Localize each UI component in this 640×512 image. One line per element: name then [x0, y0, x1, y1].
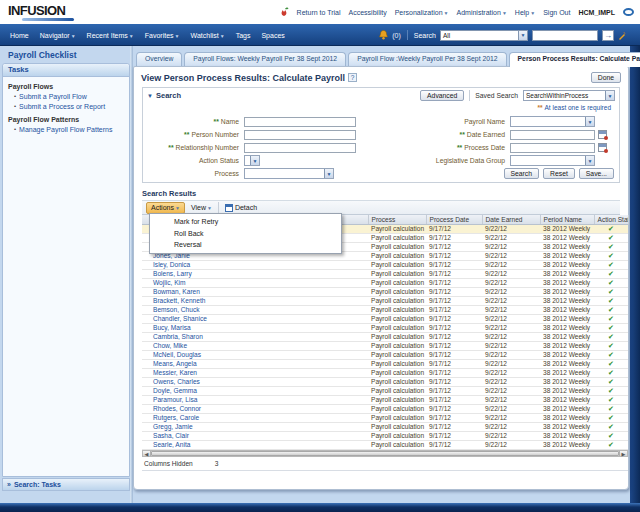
person-name-link[interactable]: Bemson, Chuck [153, 306, 200, 313]
table-row[interactable]: McNeil, DouglasPayroll calculation9/17/1… [142, 351, 628, 360]
personalization-menu[interactable]: Personalization▼ [395, 9, 449, 16]
done-button[interactable]: Done [591, 72, 621, 83]
column-header-period-name[interactable]: Period Name [540, 215, 594, 225]
legislative-data-group-select[interactable]: ▼ [510, 155, 595, 166]
person-name-link[interactable]: Gregg, Jamie [153, 423, 193, 430]
table-row[interactable]: Chandler, ShanicePayroll calculation9/17… [142, 315, 628, 324]
person-name-link[interactable]: Chandler, Shanice [153, 315, 207, 322]
table-row[interactable]: Bemson, ChuckPayroll calculation9/17/129… [142, 306, 628, 315]
payroll-name-select[interactable]: ▼ [510, 116, 595, 127]
table-row[interactable]: Chow, MikePayroll calculation9/17/129/22… [142, 342, 628, 351]
menu-navigator[interactable]: Navigator▼ [40, 32, 76, 39]
person-name-link[interactable]: Bucy, Marisa [153, 324, 191, 331]
table-row[interactable]: Means, AngelaPayroll calculation9/17/129… [142, 360, 628, 369]
date-earned-field[interactable] [510, 130, 595, 140]
person-name-link[interactable]: Rutgers, Carole [153, 414, 199, 421]
table-row[interactable]: Cambria, SharonPayroll calculation9/17/1… [142, 333, 628, 342]
sidebar-link-submit-payroll-flow[interactable]: Submit a Payroll Flow [19, 93, 87, 100]
table-row[interactable]: Searle, AnitaPayroll calculation9/17/129… [142, 441, 628, 450]
person-name-link[interactable]: Isley, Donica [153, 261, 190, 268]
person-name-link[interactable]: Sasha, Clair [153, 432, 189, 439]
table-row[interactable]: Doyle, GemmaPayroll calculation9/17/129/… [142, 387, 628, 396]
accessibility-link[interactable]: Accessibility [349, 9, 387, 16]
table-row[interactable]: Bolens, LarryPayroll calculation9/17/129… [142, 270, 628, 279]
sidebar-link-submit-process-report[interactable]: Submit a Process or Report [19, 103, 105, 110]
scroll-right-arrow[interactable]: ▶ [619, 451, 627, 456]
actions-menu-button[interactable]: Actions▼ [146, 202, 185, 214]
action-status-select[interactable]: ▼ [244, 155, 260, 166]
person-name-link[interactable]: Cambria, Sharon [153, 333, 203, 340]
save-button[interactable]: Save... [579, 168, 614, 179]
table-row[interactable]: Rhodes, ConnorPayroll calculation9/17/12… [142, 405, 628, 414]
tab-overview[interactable]: Overview [136, 52, 182, 66]
search-go-button[interactable]: → [602, 30, 614, 41]
global-search-input[interactable] [532, 30, 598, 41]
tab-payroll-flow[interactable]: Payroll Flow :Weekly Payroll Per 38 Sept… [348, 52, 506, 66]
table-row[interactable]: Bowman, KarenPayroll calculation9/17/129… [142, 288, 628, 297]
reset-button[interactable]: Reset [543, 168, 575, 179]
person-name-link[interactable]: Means, Angela [153, 360, 197, 367]
person-name-link[interactable]: Bowman, Karen [153, 288, 200, 295]
scrollbar-thumb[interactable] [151, 451, 619, 456]
horizontal-scrollbar[interactable]: ◀ ▶ [142, 450, 628, 457]
menu-recent-items[interactable]: Recent Items▼ [87, 32, 134, 39]
menu-tags[interactable]: Tags [236, 32, 251, 39]
menu-item-roll-back[interactable]: Roll Back [150, 228, 341, 240]
menu-watchlist[interactable]: Watchlist▼ [191, 32, 225, 39]
saved-search-select[interactable]: SearchWithinProcess ▼ [523, 90, 615, 101]
advanced-search-icon[interactable] [618, 31, 626, 40]
sidebar-link-manage-flow-patterns[interactable]: Manage Payroll Flow Patterns [19, 126, 112, 133]
table-row[interactable]: Gregg, JamiePayroll calculation9/17/129/… [142, 423, 628, 432]
table-row[interactable]: Paramour, LisaPayroll calculation9/17/12… [142, 396, 628, 405]
column-header-process[interactable]: Process [368, 215, 426, 225]
person-name-link[interactable]: Wojlic, Kim [153, 279, 185, 286]
person-name-link[interactable]: Rhodes, Connor [153, 405, 201, 412]
person-name-link[interactable]: Searle, Anita [153, 441, 190, 448]
column-header-action-status[interactable]: Action Stat [594, 215, 628, 225]
calendar-icon[interactable] [598, 130, 607, 139]
relationship-number-field[interactable] [244, 143, 356, 153]
person-name-link[interactable]: Messier, Karen [153, 369, 197, 376]
process-date-field[interactable] [510, 143, 595, 153]
person-name-link[interactable]: Bolens, Larry [153, 270, 192, 277]
person-name-link[interactable]: Brackett, Kenneth [153, 297, 205, 304]
table-row[interactable]: Messier, KarenPayroll calculation9/17/12… [142, 369, 628, 378]
name-field[interactable] [244, 117, 356, 127]
table-row[interactable]: Isley, DonicaPayroll calculation9/17/129… [142, 261, 628, 270]
global-search-scope-select[interactable]: All ▼ [440, 30, 528, 41]
detach-button[interactable]: Detach [225, 204, 257, 212]
person-name-link[interactable]: Paramour, Lisa [153, 396, 197, 403]
menu-spaces[interactable]: Spaces [261, 32, 284, 39]
scroll-left-arrow[interactable]: ◀ [143, 451, 151, 456]
table-row[interactable]: Owens, CharlesPayroll calculation9/17/12… [142, 378, 628, 387]
table-row[interactable]: Bucy, MarisaPayroll calculation9/17/129/… [142, 324, 628, 333]
help-menu[interactable]: Help▼ [515, 9, 535, 16]
process-select[interactable]: ▼ [244, 168, 334, 179]
collapse-icon[interactable]: ▼ [147, 93, 153, 99]
menu-home[interactable]: Home [10, 32, 29, 39]
person-name-link[interactable]: McNeil, Douglas [153, 351, 201, 358]
table-row[interactable]: Brackett, KennethPayroll calculation9/17… [142, 297, 628, 306]
notification-count[interactable]: (0) [392, 32, 401, 39]
column-header-process-date[interactable]: Process Date [426, 215, 482, 225]
column-header-date-earned[interactable]: Date Earned [482, 215, 540, 225]
administration-menu[interactable]: Administration▼ [457, 9, 507, 16]
menu-favorites[interactable]: Favorites▼ [145, 32, 180, 39]
table-row[interactable]: Wojlic, KimPayroll calculation9/17/129/2… [142, 279, 628, 288]
menu-item-mark-for-retry[interactable]: Mark for Retry [150, 216, 341, 228]
menu-item-reversal[interactable]: Reversal [150, 239, 341, 251]
tab-person-process-results[interactable]: Person Process Results: Calculate Payrol… [509, 52, 640, 67]
person-name-link[interactable]: Doyle, Gemma [153, 387, 197, 394]
sidebar-search-tasks-bar[interactable]: » Search: Tasks [2, 478, 130, 491]
person-name-link[interactable]: Chow, Mike [153, 342, 187, 349]
table-row[interactable]: Rutgers, CarolePayroll calculation9/17/1… [142, 414, 628, 423]
person-number-field[interactable] [244, 130, 356, 140]
person-name-link[interactable]: Owens, Charles [153, 378, 200, 385]
advanced-button[interactable]: Advanced [420, 90, 464, 101]
help-icon[interactable]: ? [348, 73, 357, 82]
tab-payroll-flows[interactable]: Payroll Flows: Weekly Payroll Per 38 Sep… [184, 52, 346, 66]
notifications-bell-icon[interactable] [379, 30, 388, 40]
tasks-panel-header[interactable]: Tasks [3, 64, 129, 77]
calendar-icon[interactable] [598, 143, 607, 152]
sign-out-link[interactable]: Sign Out [543, 9, 570, 16]
